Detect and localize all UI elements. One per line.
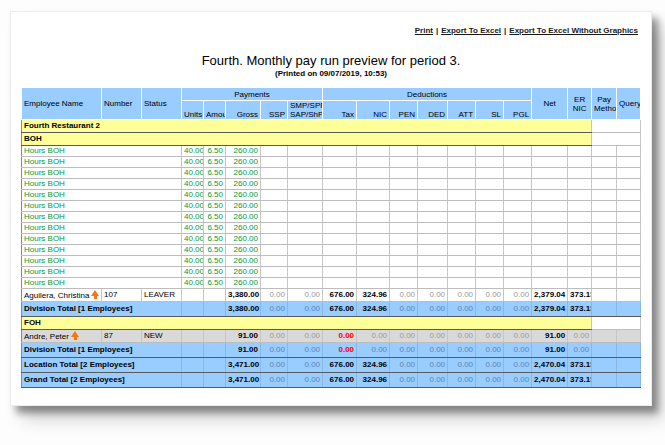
toolbar: Print|Export To Excel|Export To Excel Wi… [415,26,638,35]
employee-number: 107 [102,289,142,302]
cell-ded [418,201,448,212]
cell-smp: 0.00 [288,330,323,343]
employee-name: Aguilera, Christina [22,289,102,302]
total-label: Location Total [2 Employees] [22,358,182,373]
cell-pgl [504,190,532,201]
cell-sl [476,157,504,168]
cell-amount [204,289,226,302]
cell-paymethod [592,245,617,256]
cell-tax [323,146,357,157]
export-to-excel-without-graphics-link[interactable]: Export To Excel Without Graphics [509,26,638,35]
cell-smp [288,157,323,168]
cell-paymethod [592,179,617,190]
cell-nic [357,223,390,234]
employee-row: Aguilera, Christina107LEAVER3,380.000.00… [22,289,641,302]
cell-smp: 0.00 [288,373,323,388]
cell-query [617,330,641,343]
detail-row: Hours BOH40.006.50260.00 [22,179,641,190]
col-header-pay-method: Pay Method [592,88,617,120]
cell-pen: 0.00 [390,330,418,343]
cell-pgl: 0.00 [504,302,532,317]
cell-ernic [568,256,592,267]
cell-paymethod [592,267,617,278]
cell-nic [357,146,390,157]
section-row: BOH [22,133,641,146]
cell-query [617,168,641,179]
cell-ernic: 0.00 [568,343,592,358]
cell-smp: 0.00 [288,289,323,302]
cell-smp: 0.00 [288,358,323,373]
cell-net [532,212,568,223]
pay-element-name: Hours BOH [22,245,182,256]
cell-ssp [261,190,288,201]
cell-query [617,234,641,245]
detail-row: Hours BOH40.006.50260.00 [22,267,641,278]
cell-query [617,373,641,388]
cell-att: 0.00 [448,343,476,358]
cell-net [532,157,568,168]
cell-amount: 6.50 [204,278,226,289]
section-label: BOH [22,133,592,146]
cell-ssp [261,146,288,157]
cell-paymethod [592,157,617,168]
print-link[interactable]: Print [415,26,433,35]
cell-ded [418,267,448,278]
cell-units: 40.00 [182,223,204,234]
cell-net [532,168,568,179]
cell-amount [204,358,226,373]
cell-units: 40.00 [182,201,204,212]
cell-gross: 91.00 [226,343,261,358]
employee-status: LEAVER [142,289,182,302]
cell-pen [390,267,418,278]
cell-pen: 0.00 [390,358,418,373]
cell-ded [418,256,448,267]
cell-ssp [261,278,288,289]
employee-row: Andre, Peter87NEW91.000.000.000.000.000.… [22,330,641,343]
cell-pgl [504,168,532,179]
cell-paymethod [592,373,617,388]
cell-pgl: 0.00 [504,373,532,388]
cell-att [448,256,476,267]
total-label: Division Total [1 Employees] [22,302,182,317]
cell-ernic [568,190,592,201]
col-header-net: Net [532,88,568,120]
cell-ernic [568,245,592,256]
cell-tax: 676.00 [323,289,357,302]
cell-tax: 676.00 [323,302,357,317]
cell-gross: 91.00 [226,330,261,343]
cell-paymethod [592,343,617,358]
cell-att: 0.00 [448,289,476,302]
cell-gross: 260.00 [226,234,261,245]
report-page: Print|Export To Excel|Export To Excel Wi… [10,11,652,406]
cell-units: 40.00 [182,146,204,157]
cell-nic: 324.96 [357,302,390,317]
cell-net [532,201,568,212]
cell-pen [390,212,418,223]
cell-amount: 6.50 [204,234,226,245]
cell-ssp [261,223,288,234]
section-tail [592,133,641,146]
up-arrow-icon [91,290,100,300]
cell-pen [390,223,418,234]
cell-net: 2,470.04 [532,373,568,388]
cell-query [617,245,641,256]
cell-query [617,190,641,201]
cell-ernic: 373.15 [568,302,592,317]
cell-gross: 260.00 [226,201,261,212]
cell-smp [288,201,323,212]
cell-smp: 0.00 [288,343,323,358]
col-header-tax: Tax [323,101,357,120]
cell-units: 40.00 [182,212,204,223]
cell-gross: 260.00 [226,223,261,234]
cell-amount: 6.50 [204,223,226,234]
cell-tax [323,278,357,289]
cell-tax [323,201,357,212]
pay-element-name: Hours BOH [22,157,182,168]
export-to-excel-link[interactable]: Export To Excel [441,26,501,35]
cell-tax: 0.00 [323,343,357,358]
cell-amount [204,373,226,388]
cell-ssp [261,157,288,168]
cell-net [532,234,568,245]
cell-net [532,245,568,256]
col-header-number: Number [102,88,142,120]
